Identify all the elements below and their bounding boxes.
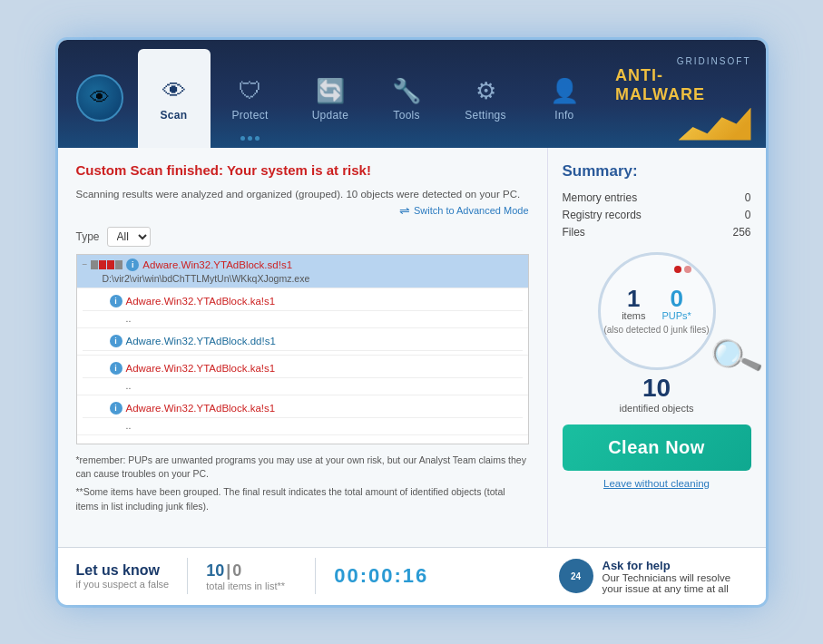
- advanced-mode-link[interactable]: ⇌ Switch to Advanced Mode: [76, 203, 529, 218]
- items-label: items: [622, 310, 645, 321]
- nav-item-update[interactable]: 🔄 Update: [290, 49, 371, 148]
- nav-item-settings[interactable]: ⚙ Settings: [443, 49, 528, 148]
- result-item-2[interactable]: i Adware.Win32.YTAdBlock.ka!s1 ..: [77, 288, 528, 328]
- pups-label: PUPs*: [661, 310, 691, 321]
- info-icon-5[interactable]: i: [110, 402, 122, 415]
- results-list[interactable]: − i Adware.Win32.YTAdBlock.sd!s1 D:\vir2…: [76, 254, 529, 444]
- brand-graphic: [679, 108, 751, 141]
- registry-label: Registry records: [563, 209, 642, 221]
- info-nav-icon: 👤: [550, 77, 579, 105]
- count-sub: total items in list**: [206, 581, 297, 591]
- nav-item-info[interactable]: 👤 Info: [528, 49, 601, 148]
- footnotes: *remember: PUPs are unwanted programs yo…: [76, 454, 529, 514]
- summary-title: Summary:: [563, 162, 751, 181]
- summary-row-files: Files 256: [563, 226, 751, 239]
- left-panel: Custom Scan finished: Your system is at …: [58, 148, 548, 547]
- bottom-bar: Let us know if you suspect a false 10 | …: [58, 547, 766, 605]
- result-name-1: Adware.Win32.YTAdBlock.sd!s1: [142, 259, 292, 270]
- type-filter-select[interactable]: All: [107, 227, 151, 247]
- nav-bar: 👁 Scan 🛡 Protect 🔄 Update 🔧 Tools: [58, 40, 766, 148]
- identified-label: identified objects: [563, 403, 751, 414]
- brand-small: GRIDINSOFT: [677, 56, 751, 66]
- help-text: Our Technicians will resolve your issue …: [603, 572, 748, 594]
- filter-label: Type: [76, 230, 100, 243]
- scan-subtitle: Scanning results were analyzed and organ…: [76, 189, 529, 200]
- result-item-3[interactable]: i Adware.Win32.YTAdBlock.dd!s1: [77, 328, 528, 356]
- expand-icon-1[interactable]: −: [83, 259, 88, 269]
- app-window: 👁 Scan 🛡 Protect 🔄 Update 🔧 Tools: [58, 40, 766, 605]
- nav-label-update: Update: [312, 109, 349, 127]
- divider-1: [187, 558, 188, 594]
- scan-timer: 00:00:16: [334, 564, 428, 588]
- nav-label-protect: Protect: [232, 109, 269, 127]
- info-icon-4[interactable]: i: [110, 362, 122, 375]
- count-items: 10: [206, 561, 224, 581]
- letusknow-sub: if you suspect a false: [76, 579, 170, 590]
- protect-dots: [240, 136, 260, 141]
- nav-label-scan: Scan: [161, 109, 188, 127]
- help-section: 24 Ask for help Our Technicians will res…: [559, 559, 748, 594]
- right-panel: Summary: Memory entries 0 Registry recor…: [548, 148, 766, 547]
- indicator-dots: [674, 266, 691, 273]
- result-item-4[interactable]: i Adware.Win32.YTAdBlock.ka!s1 ..: [77, 356, 528, 395]
- help-text-area: Ask for help Our Technicians will resolv…: [603, 559, 748, 594]
- footnote-1: *remember: PUPs are unwanted programs yo…: [76, 454, 529, 483]
- result-path-4: ..: [83, 380, 523, 391]
- nav-item-protect[interactable]: 🛡 Protect: [211, 49, 290, 148]
- result-subitem-3: i Adware.Win32.YTAdBlock.dd!s1: [83, 332, 523, 351]
- result-name-2: Adware.Win32.YTAdBlock.ka!s1: [126, 296, 276, 307]
- result-item-5[interactable]: i Adware.Win32.YTAdBlock.ka!s1 ..: [77, 395, 528, 435]
- tools-nav-icon: 🔧: [392, 77, 421, 105]
- leave-without-cleaning-link[interactable]: Leave without cleaning: [563, 478, 751, 489]
- result-subitem-5: i Adware.Win32.YTAdBlock.ka!s1: [83, 399, 523, 418]
- help-24-label: 24: [571, 571, 581, 581]
- protect-nav-icon: 🛡: [239, 77, 262, 105]
- summary-circle: 1 items 0 PUPs* (also detected 0 junk fi…: [598, 252, 716, 370]
- nav-logo: [58, 49, 138, 148]
- app-logo-icon: [76, 74, 123, 122]
- scan-title-static: Custom Scan finished:: [76, 162, 227, 178]
- help-icon: 24: [559, 559, 593, 593]
- help-title: Ask for help: [603, 559, 748, 572]
- nav-item-tools[interactable]: 🔧 Tools: [370, 49, 443, 148]
- nav-label-tools: Tools: [393, 109, 420, 127]
- info-icon-2[interactable]: i: [110, 295, 122, 307]
- count-section: 10 | 0 total items in list**: [206, 561, 297, 591]
- memory-value: 0: [745, 191, 751, 204]
- settings-nav-icon: ⚙: [475, 77, 496, 105]
- files-label: Files: [563, 226, 585, 239]
- scan-title: Custom Scan finished: Your system is at …: [76, 162, 529, 178]
- files-value: 256: [732, 226, 750, 239]
- info-icon-1[interactable]: i: [126, 259, 139, 271]
- nav-brand: GRIDINSOFT ANTI-MALWARE: [601, 49, 766, 148]
- pups-num: 0: [661, 287, 691, 310]
- nav-label-settings: Settings: [465, 109, 506, 127]
- count-zero: 0: [232, 561, 241, 581]
- result-name-4: Adware.Win32.YTAdBlock.ka!s1: [126, 363, 276, 374]
- scan-nav-icon: 👁: [162, 77, 186, 105]
- registry-value: 0: [745, 209, 751, 221]
- pups-legend: 0 PUPs*: [661, 287, 691, 321]
- result-subitem-4: i Adware.Win32.YTAdBlock.ka!s1: [83, 359, 523, 378]
- clean-now-button[interactable]: Clean Now: [563, 424, 751, 471]
- let-us-know-section: Let us know if you suspect a false: [76, 562, 170, 590]
- nav-items: 👁 Scan 🛡 Protect 🔄 Update 🔧 Tools: [138, 49, 601, 148]
- nav-item-scan[interactable]: 👁 Scan: [138, 49, 211, 148]
- result-path-2: ..: [83, 313, 523, 324]
- items-num: 1: [622, 287, 645, 310]
- timer-section: 00:00:16: [334, 564, 428, 588]
- brand-large: ANTI-MALWARE: [615, 66, 751, 104]
- divider-2: [315, 558, 316, 594]
- footnote-2: **Some items have been grouped. The fina…: [76, 485, 529, 514]
- circle-area: 1 items 0 PUPs* (also detected 0 junk fi…: [563, 252, 751, 370]
- result-item-header-1: − i Adware.Win32.YTAdBlock.sd!s1: [83, 259, 523, 271]
- scan-title-alert: Your system is at risk!: [227, 162, 371, 178]
- letusknow-title: Let us know: [76, 562, 170, 579]
- info-icon-3[interactable]: i: [110, 335, 122, 347]
- circle-numbers: 1 items 0 PUPs*: [622, 287, 691, 321]
- also-text: (also detected 0 junk files): [603, 325, 709, 335]
- items-legend: 1 items: [622, 287, 645, 321]
- filter-bar: Type All: [76, 227, 529, 247]
- memory-label: Memory entries: [563, 191, 638, 204]
- result-item-1[interactable]: − i Adware.Win32.YTAdBlock.sd!s1 D:\vir2…: [77, 255, 528, 288]
